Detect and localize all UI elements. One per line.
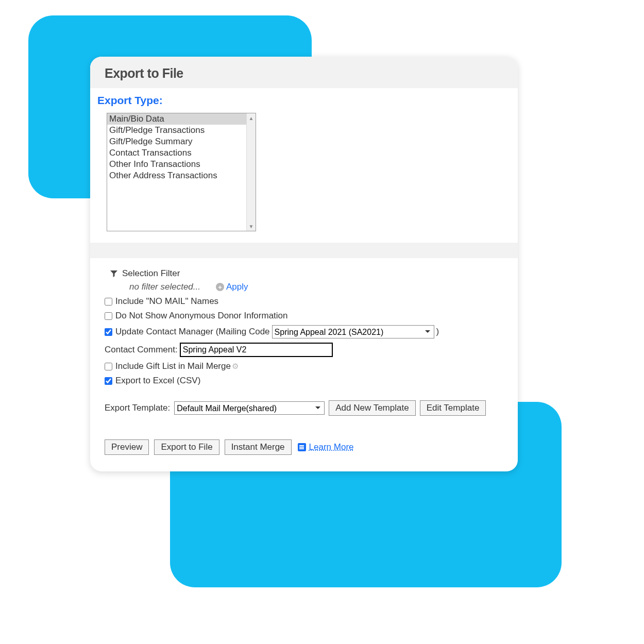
add-new-template-button[interactable]: Add New Template [329,400,415,416]
panel-title: Export to File [105,66,503,81]
funnel-icon [110,269,118,278]
include-no-mail-label: Include "NO MAIL" Names [115,296,218,307]
include-gift-list-checkbox[interactable] [105,363,112,370]
options-section: Selection Filter no filter selected... +… [90,258,518,471]
contact-comment-label: Contact Comment: [105,345,178,355]
gear-icon[interactable]: ⚙ [232,362,239,371]
scroll-up-icon[interactable]: ▲ [247,113,256,123]
listbox-item-gift-pledge-tx[interactable]: Gift/Pledge Transactions [107,125,256,136]
export-type-block: Export Type: Main/Bio Data Gift/Pledge T… [90,88,301,243]
contact-comment-input[interactable] [180,343,333,357]
edit-template-button[interactable]: Edit Template [420,400,486,416]
apply-label: Apply [226,282,248,292]
divider-strip [90,243,518,258]
scroll-down-icon[interactable]: ▼ [247,222,256,231]
include-gift-list-row: Include Gift List in Mail Merge ⚙ [105,361,503,371]
book-icon [298,443,306,451]
update-contact-label: Update Contact Manager (Mailing Code [115,327,270,337]
include-gift-list-label: Include Gift List in Mail Merge [115,361,231,371]
action-row: Preview Export to File Instant Merge Lea… [105,439,503,455]
listbox-item-gift-pledge-summary[interactable]: Gift/Pledge Summary [107,136,256,147]
export-csv-label: Export to Excel (CSV) [115,376,200,386]
no-filter-text: no filter selected... [129,282,200,292]
update-contact-checkbox[interactable] [105,328,112,336]
listbox-item-other-address-tx[interactable]: Other Address Transactions [107,170,256,181]
learn-more-label: Learn More [309,442,354,452]
export-csv-checkbox[interactable] [105,377,112,385]
hide-anonymous-label: Do Not Show Anonymous Donor Information [115,311,288,321]
export-type-label: Export Type: [97,94,287,107]
export-to-file-button[interactable]: Export to File [154,439,219,455]
listbox-item-other-info-tx[interactable]: Other Info Transactions [107,159,256,170]
learn-more-link[interactable]: Learn More [298,442,354,452]
export-panel: Export to File Export Type: Main/Bio Dat… [90,57,518,471]
export-template-label: Export Template: [105,403,170,413]
plus-circle-icon: + [216,283,224,291]
preview-button[interactable]: Preview [105,439,149,455]
closing-paren: ) [436,327,439,337]
update-contact-row: Update Contact Manager (Mailing Code Spr… [105,325,503,338]
export-type-listbox[interactable]: Main/Bio Data Gift/Pledge Transactions G… [107,113,256,231]
apply-filter-link[interactable]: + Apply [216,282,248,292]
no-filter-row: no filter selected... + Apply [129,282,503,292]
contact-comment-row: Contact Comment: [105,343,503,357]
export-csv-row: Export to Excel (CSV) [105,376,503,386]
instant-merge-button[interactable]: Instant Merge [225,439,292,455]
listbox-item-main-bio[interactable]: Main/Bio Data [107,113,256,125]
panel-header: Export to File [90,57,518,88]
listbox-scrollbar[interactable]: ▲ ▼ [246,113,256,231]
hide-anonymous-checkbox[interactable] [105,312,112,320]
mailing-code-select[interactable]: Spring Appeal 2021 (SA2021) [272,325,434,338]
export-template-select[interactable]: Default Mail Merge(shared) [174,401,325,415]
selection-filter-label: Selection Filter [122,268,180,279]
include-no-mail-checkbox[interactable] [105,298,112,306]
selection-filter-row: Selection Filter [110,268,503,279]
listbox-item-contact-tx[interactable]: Contact Transactions [107,147,256,159]
include-no-mail-row: Include "NO MAIL" Names [105,296,503,307]
export-template-row: Export Template: Default Mail Merge(shar… [105,400,503,416]
hide-anonymous-row: Do Not Show Anonymous Donor Information [105,311,503,321]
